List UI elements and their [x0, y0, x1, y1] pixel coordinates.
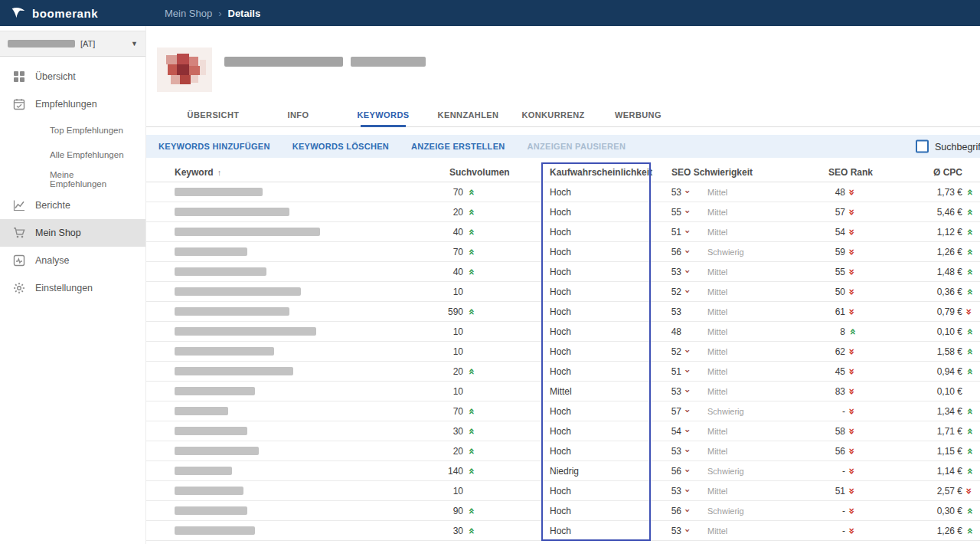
table-row[interactable]: 10Mittel53›Mittel83»0,10 €: [145, 382, 980, 401]
rank-trend-icon: »: [845, 346, 859, 357]
action-anzeige-erstellen[interactable]: ANZEIGE ERSTELLEN: [411, 142, 505, 151]
volume-value: 70: [406, 247, 463, 257]
volume-trend: »: [463, 306, 479, 317]
account-selector[interactable]: [AT] ▼: [0, 31, 145, 57]
keyword-blurred: [175, 208, 289, 216]
rank-cell: 83»: [815, 386, 873, 397]
tab-bar: ÜBERSICHTINFOKEYWORDSKENNZAHLENKONKURREN…: [145, 103, 980, 127]
keyword-cell: [145, 247, 406, 256]
rank-trend-icon: »: [845, 386, 859, 397]
sidebar-item-top-empfehlungen[interactable]: Top Empfehlungen: [0, 118, 145, 143]
sidebar-item-berichte[interactable]: Berichte: [0, 192, 145, 219]
difficulty-cell: 53›Mittel: [651, 267, 815, 277]
table-row[interactable]: 140»Niedrig56›Schwierig-»1,14 €»: [145, 461, 980, 481]
sidebar-item-label: Mein Shop: [35, 228, 81, 238]
table-row[interactable]: 70»Hoch57›Schwierig-»1,34 €»: [145, 401, 980, 421]
sidebar-item-meine-empfehlungen[interactable]: Meine Empfehlungen: [0, 167, 145, 192]
sidebar-item-empfehlungen[interactable]: Empfehlungen: [0, 90, 145, 118]
rank-trend-icon: »: [845, 326, 859, 337]
column-header-seo-rank[interactable]: SEO Rank: [815, 167, 873, 178]
tab-keywords[interactable]: KEYWORDS: [341, 103, 426, 126]
probability-value: Hoch: [541, 366, 651, 377]
table-row[interactable]: 70»Hoch56›Schwierig59»1,26 €»: [145, 242, 980, 262]
table-row[interactable]: 10Hoch53›Mittel51»2,57 €»: [145, 481, 980, 501]
rank-cell: 62»: [815, 346, 873, 357]
tab-info[interactable]: INFO: [256, 103, 341, 126]
keyword-blurred: [175, 467, 232, 475]
cpc-value: 0,94 €: [873, 366, 962, 377]
volume-value: 90: [406, 506, 463, 516]
rank-cell: -»: [815, 406, 873, 417]
table-row[interactable]: 20»Hoch51›Mittel45»0,94 €»: [145, 362, 980, 382]
column-header-cpc[interactable]: Ø CPC: [873, 167, 976, 178]
sort-ascending-icon[interactable]: ↑: [217, 168, 222, 177]
volume-trend: »: [463, 227, 479, 238]
tab-werbung[interactable]: WERBUNG: [596, 103, 681, 126]
volume-trend: »: [463, 267, 479, 277]
cpc-trend-icon: »: [962, 306, 976, 317]
table-row[interactable]: 30»Hoch54›Mittel58»1,71 €»: [145, 421, 980, 441]
difficulty-value: 52: [651, 346, 681, 357]
column-header-seo-schwierigkeit[interactable]: SEO Schwierigkeit: [651, 167, 815, 178]
volume-value: 10: [406, 386, 463, 397]
table-row[interactable]: 10Hoch52›Mittel62»1,58 €»: [145, 342, 980, 362]
table-row[interactable]: 90»Hoch56›Schwierig-»0,30 €»: [145, 501, 980, 521]
table-row[interactable]: 10Hoch48›Mittel8»0,10 €»: [145, 322, 980, 342]
sidebar-item-alle-empfehlungen[interactable]: Alle Empfehlungen: [0, 143, 145, 167]
difficulty-label: Mittel: [707, 327, 727, 336]
shop-title-blurred-2: [351, 57, 426, 67]
probability-value: Hoch: [541, 406, 651, 417]
sidebar-item-übersicht[interactable]: Übersicht: [0, 63, 145, 90]
difficulty-cell: 55›Mittel: [651, 207, 815, 218]
cpc-cell: 0,30 €»: [873, 506, 976, 516]
table-row[interactable]: 30»Hoch53›Mittel-»1,26 €»: [145, 521, 980, 541]
sidebar-item-label: Analyse: [35, 255, 69, 266]
difficulty-value: 56: [651, 247, 681, 257]
brand[interactable]: boomerank: [0, 5, 98, 21]
volume-trend: »: [463, 247, 479, 257]
rank-trend-icon: »: [845, 526, 859, 536]
action-keywords-hinzufügen[interactable]: KEYWORDS HINZUFÜGEN: [158, 142, 270, 151]
action-keywords-löschen[interactable]: KEYWORDS LÖSCHEN: [292, 142, 389, 151]
sidebar-item-mein-shop[interactable]: Mein Shop: [0, 219, 145, 247]
shop-logo-blurred: [157, 48, 212, 92]
suchbegriffe-toggle: Suchbegriffe: [916, 140, 980, 153]
difficulty-trend-icon: ›: [683, 346, 693, 358]
keyword-cell: [145, 526, 406, 535]
difficulty-cell: 52›Mittel: [651, 287, 815, 297]
sidebar-item-analyse[interactable]: Analyse: [0, 247, 145, 274]
difficulty-label: Mittel: [707, 208, 727, 217]
tab-übersicht[interactable]: ÜBERSICHT: [171, 103, 256, 126]
volume-value: 10: [406, 326, 463, 337]
table-row[interactable]: 40»Hoch53›Mittel55»1,48 €»: [145, 262, 980, 282]
cpc-value: 1,15 €: [873, 446, 962, 457]
difficulty-value: 53: [651, 267, 681, 277]
table-row[interactable]: 20»Hoch55›Mittel57»5,46 €»: [145, 202, 980, 222]
breadcrumb-current: Details: [228, 8, 261, 19]
tab-konkurrenz[interactable]: KONKURRENZ: [511, 103, 596, 126]
difficulty-cell: 53›Mittel: [651, 386, 815, 397]
cpc-value: 1,73 €: [873, 187, 962, 198]
volume-value: 70: [406, 187, 463, 198]
table-row[interactable]: 590»Hoch53›Mittel61»0,79 €»: [145, 302, 980, 322]
table-row[interactable]: 70»Hoch53›Mittel48»1,73 €»: [145, 182, 980, 202]
account-name-blurred: [8, 40, 75, 48]
breadcrumb-parent[interactable]: Mein Shop: [165, 8, 212, 19]
rank-value: 83: [815, 386, 845, 397]
column-header-suchvolumen[interactable]: Suchvolumen: [406, 167, 541, 178]
difficulty-cell: 53›Mittel: [651, 187, 815, 198]
rank-cell: -»: [815, 466, 873, 477]
probability-value: Hoch: [541, 326, 651, 337]
volume-trend-icon: »: [464, 446, 478, 457]
table-row[interactable]: 10Hoch52›Mittel50»0,36 €»: [145, 282, 980, 302]
tab-kennzahlen[interactable]: KENNZAHLEN: [426, 103, 511, 126]
column-header-kaufwahrscheinlichkeit[interactable]: Kaufwahrscheinlichkeit: [541, 167, 651, 178]
cpc-cell: 5,46 €»: [873, 207, 976, 218]
rank-trend-icon: »: [845, 406, 859, 417]
table-row[interactable]: 20»Hoch53›Mittel56»1,15 €»: [145, 441, 980, 461]
sidebar-item-label: Alle Empfehlungen: [50, 150, 124, 159]
table-row[interactable]: 40»Hoch51›Mittel54»1,12 €»: [145, 222, 980, 242]
column-header-keyword[interactable]: Keyword ↑: [145, 167, 406, 178]
sidebar-item-einstellungen[interactable]: Einstellungen: [0, 274, 145, 302]
suchbegriffe-checkbox[interactable]: [916, 140, 929, 153]
